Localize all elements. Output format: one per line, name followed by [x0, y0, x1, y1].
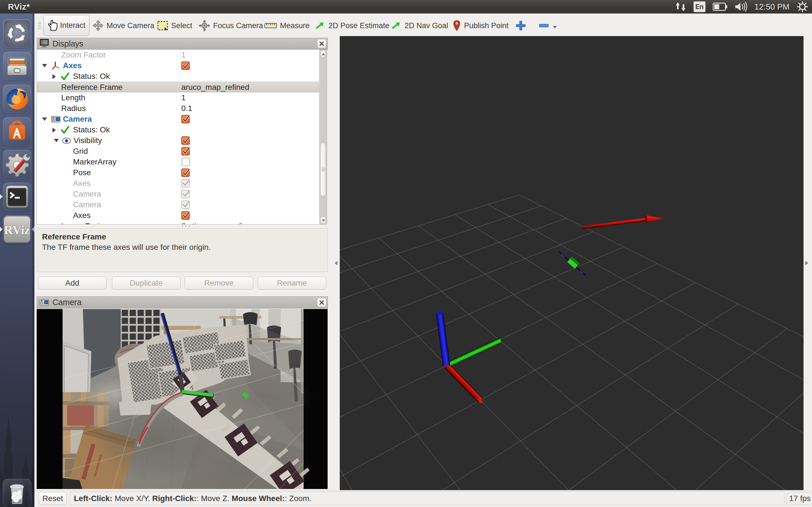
svg-text:RViz: RViz [4, 223, 30, 237]
